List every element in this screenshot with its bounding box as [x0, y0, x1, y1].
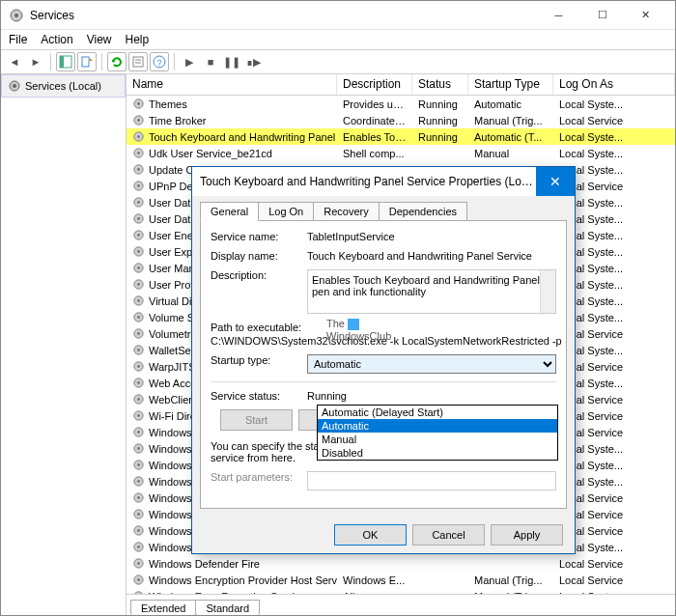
svg-rect-3 — [60, 56, 64, 68]
col-logon-as[interactable]: Log On As — [553, 74, 675, 95]
refresh-button[interactable] — [107, 52, 127, 71]
cancel-button[interactable]: Cancel — [412, 524, 485, 546]
label-display-name: Display name: — [211, 250, 307, 262]
back-button[interactable]: ◄ — [5, 52, 24, 71]
properties-button[interactable] — [128, 52, 148, 71]
maximize-button[interactable]: ☐ — [580, 2, 624, 29]
svg-point-43 — [137, 349, 140, 351]
menu-view[interactable]: View — [87, 33, 112, 46]
option-disabled[interactable]: Disabled — [318, 446, 557, 460]
svg-point-19 — [137, 152, 140, 154]
svg-point-49 — [137, 398, 140, 401]
svg-point-69 — [137, 562, 140, 565]
label-startup-type: Startup type: — [211, 354, 307, 366]
startup-type-select[interactable]: Automatic — [307, 354, 556, 374]
tab-general[interactable]: General — [200, 202, 259, 221]
col-startup-type[interactable]: Startup Type — [468, 74, 553, 95]
minimize-button[interactable]: ─ — [537, 2, 580, 29]
services-icon — [9, 8, 24, 23]
tree-node-services-local[interactable]: Services (Local) — [1, 74, 126, 98]
label-description: Description: — [211, 269, 307, 281]
tree-node-label: Services (Local) — [25, 80, 101, 92]
value-service-status: Running — [307, 390, 556, 402]
svg-point-59 — [137, 480, 140, 483]
toolbar: ◄ ► ? ▶ ■ ❚❚ ∎▶ — [1, 49, 675, 74]
svg-point-57 — [137, 463, 140, 466]
option-automatic[interactable]: Automatic — [318, 419, 557, 433]
col-status[interactable]: Status — [412, 74, 468, 95]
titlebar: Services ─ ☐ ✕ — [1, 1, 675, 30]
tab-standard[interactable]: Standard — [195, 600, 260, 615]
help-button[interactable]: ? — [150, 52, 169, 71]
svg-point-31 — [137, 250, 140, 253]
svg-point-33 — [137, 266, 140, 269]
svg-point-51 — [137, 414, 140, 417]
play-button[interactable]: ▶ — [180, 52, 199, 71]
dialog-buttons: OK Cancel Apply — [192, 517, 575, 553]
dialog-title: Touch Keyboard and Handwriting Panel Ser… — [200, 175, 536, 188]
value-service-name: TabletInputService — [307, 231, 556, 242]
svg-point-15 — [137, 119, 140, 122]
show-hide-button[interactable] — [56, 52, 75, 71]
svg-point-55 — [137, 447, 140, 450]
svg-point-61 — [137, 496, 140, 499]
menu-action[interactable]: Action — [41, 33, 72, 46]
service-row[interactable]: Udk User Service_be21cdShell comp...Manu… — [127, 145, 675, 161]
column-headers: Name Description Status Startup Type Log… — [127, 74, 675, 96]
col-name[interactable]: Name — [127, 74, 337, 95]
menu-file[interactable]: File — [9, 33, 27, 46]
svg-point-37 — [137, 299, 140, 302]
svg-text:?: ? — [156, 58, 161, 68]
scrollbar[interactable] — [540, 270, 555, 313]
svg-point-35 — [137, 283, 140, 286]
pause-button[interactable]: ❚❚ — [222, 52, 241, 71]
svg-point-27 — [137, 217, 140, 220]
label-start-params: Start parameters: — [211, 471, 307, 483]
option-delayed[interactable]: Automatic (Delayed Start) — [318, 406, 557, 419]
apply-button[interactable]: Apply — [491, 524, 563, 546]
svg-point-29 — [137, 234, 140, 237]
start-button[interactable]: Start — [220, 409, 293, 431]
menubar: File Action View Help — [1, 30, 675, 49]
label-service-name: Service name: — [211, 231, 307, 242]
dialog-tabs: General Log On Recovery Dependencies — [192, 196, 575, 221]
forward-button[interactable]: ► — [26, 52, 45, 71]
close-button[interactable]: ✕ — [624, 2, 667, 29]
service-row[interactable]: Windows Encryption Provider Host Service… — [127, 572, 675, 588]
service-row[interactable]: Windows Defender FireLocal Service — [127, 555, 675, 572]
stop-button[interactable]: ■ — [201, 52, 220, 71]
svg-point-23 — [137, 184, 140, 187]
svg-point-41 — [137, 332, 140, 335]
restart-button[interactable]: ∎▶ — [243, 52, 263, 71]
svg-point-21 — [137, 168, 140, 171]
svg-point-1 — [14, 14, 18, 17]
gear-icon — [8, 79, 21, 93]
label-service-status: Service status: — [211, 390, 307, 402]
svg-point-71 — [137, 578, 140, 581]
export-button[interactable] — [77, 52, 97, 71]
dialog-close-button[interactable]: ✕ — [536, 167, 575, 196]
tab-recovery[interactable]: Recovery — [313, 202, 379, 221]
option-manual[interactable]: Manual — [318, 433, 557, 446]
dialog-titlebar: Touch Keyboard and Handwriting Panel Ser… — [192, 167, 575, 196]
tab-log-on[interactable]: Log On — [258, 202, 314, 221]
tab-extended[interactable]: Extended — [130, 600, 196, 615]
value-path: C:\WINDOWS\System32\svchost.exe -k Local… — [211, 335, 562, 347]
col-description[interactable]: Description — [337, 74, 412, 95]
ok-button[interactable]: OK — [334, 524, 407, 546]
svg-point-65 — [137, 529, 140, 532]
svg-point-47 — [137, 381, 140, 384]
view-tabs: Extended Standard — [127, 594, 675, 615]
service-row[interactable]: Touch Keyboard and Handwriting Panel Ser… — [127, 128, 675, 145]
service-properties-dialog: Touch Keyboard and Handwriting Panel Ser… — [191, 166, 576, 554]
start-parameters-input — [307, 471, 556, 490]
label-path: Path to executable: — [211, 322, 301, 333]
menu-help[interactable]: Help — [126, 33, 150, 46]
window-title: Services — [30, 9, 537, 22]
startup-type-dropdown: Automatic (Delayed Start) Automatic Manu… — [317, 405, 558, 461]
service-row[interactable]: ThemesProvides us...RunningAutomaticLoca… — [127, 96, 675, 112]
tab-dependencies[interactable]: Dependencies — [379, 202, 467, 221]
service-row[interactable]: Time BrokerCoordinates...RunningManual (… — [127, 112, 675, 128]
description-box[interactable]: Enables Touch Keyboard and Handwriting P… — [307, 269, 556, 314]
svg-point-17 — [137, 135, 140, 138]
